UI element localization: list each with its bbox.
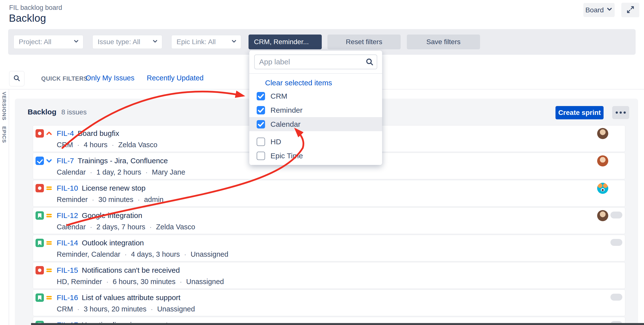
jira-backlog-page: FIL backlog board Backlog Board Project:… bbox=[0, 0, 644, 325]
quick-filter-links: Only My IssuesRecently Updated bbox=[86, 74, 204, 82]
issue-assignee: Unassigned bbox=[157, 305, 195, 313]
issue-title: Trainings - Jira, Confluence bbox=[78, 156, 168, 165]
issue-labels: CRM bbox=[57, 305, 73, 313]
board-switcher-label: Board bbox=[585, 6, 604, 14]
breadcrumb[interactable]: FIL backlog board bbox=[9, 4, 62, 12]
priority-medium-icon bbox=[45, 184, 53, 192]
dropdown-option-hd[interactable]: HD bbox=[249, 135, 382, 149]
page-title: Backlog bbox=[9, 12, 46, 24]
assignee-avatar[interactable] bbox=[597, 155, 608, 166]
quick-filters-label: QUICK FILTERS: bbox=[41, 75, 90, 82]
clear-selected-items-link[interactable]: Clear selected items bbox=[265, 79, 332, 87]
issue-labels: Calendar bbox=[57, 168, 86, 176]
bug-issue-type-icon bbox=[36, 129, 44, 138]
issue-estimate: 3 hours, 20 minutes bbox=[84, 305, 146, 313]
dropdown-option-calendar[interactable]: Calendar bbox=[249, 117, 382, 131]
issue-key-link[interactable]: FIL-4 bbox=[57, 129, 74, 138]
dropdown-option-crm[interactable]: CRM bbox=[249, 89, 382, 103]
app-label-search bbox=[254, 54, 377, 69]
issue-row-main: FIL-16List of values attribute support bbox=[36, 293, 180, 302]
checkbox-icon[interactable] bbox=[257, 138, 265, 146]
issue-key-link[interactable]: FIL-7 bbox=[57, 156, 74, 165]
sidebar-item-epics[interactable]: EPICS bbox=[1, 126, 7, 143]
project-filter-select[interactable]: Project: All bbox=[14, 35, 83, 49]
separator-dot: · bbox=[106, 278, 108, 286]
bug-issue-type-icon bbox=[36, 266, 44, 274]
option-label: Reminder bbox=[270, 106, 302, 114]
create-sprint-button[interactable]: Create sprint bbox=[556, 106, 604, 119]
issue-labels: Reminder bbox=[57, 196, 88, 204]
issue-estimate: 4 days, 3 hours bbox=[131, 250, 180, 258]
reset-filters-button[interactable]: Reset filters bbox=[328, 34, 401, 49]
issue-key-link[interactable]: FIL-10 bbox=[57, 184, 78, 192]
assignee-avatar[interactable] bbox=[597, 183, 608, 194]
issue-title: Google integration bbox=[82, 211, 142, 220]
issue-type-filter-value: Issue type: All bbox=[98, 38, 152, 46]
issue-card-fil-16[interactable]: FIL-16List of values attribute supportCR… bbox=[33, 290, 625, 316]
search-button[interactable] bbox=[9, 71, 24, 86]
priority-medium-icon bbox=[45, 294, 53, 301]
separator-dot: · bbox=[90, 168, 92, 176]
priority-low-icon bbox=[45, 157, 53, 164]
separator-dot: · bbox=[77, 141, 80, 149]
separator-dot: · bbox=[151, 305, 153, 313]
save-filters-button[interactable]: Save filters bbox=[407, 34, 480, 49]
issue-key-link[interactable]: FIL-15 bbox=[57, 266, 78, 274]
story-issue-type-icon bbox=[36, 294, 44, 302]
checkbox-icon[interactable] bbox=[257, 120, 265, 128]
issue-key-link[interactable]: FIL-14 bbox=[57, 239, 78, 247]
separator-dot: · bbox=[77, 305, 80, 313]
issue-card-fil-15[interactable]: FIL-15Notifications can't be receivedHD,… bbox=[33, 262, 625, 289]
backlog-section-header: Backlog 8 issues bbox=[28, 108, 86, 116]
chevron-down-icon bbox=[606, 6, 613, 14]
bug-issue-type-icon bbox=[36, 184, 44, 192]
dropdown-option-reminder[interactable]: Reminder bbox=[249, 103, 382, 117]
issue-assignee: admin bbox=[144, 196, 164, 204]
board-switcher-button[interactable]: Board bbox=[583, 3, 615, 17]
issue-meta: Reminder, Calendar·4 days, 3 hours·Unass… bbox=[57, 250, 228, 258]
priority-highest-icon bbox=[45, 130, 53, 137]
issue-key-link[interactable]: FIL-16 bbox=[57, 294, 78, 302]
priority-medium-icon bbox=[45, 239, 53, 246]
issue-row-main: FIL-4Board bugfix bbox=[36, 128, 119, 138]
app-label-filter-button[interactable]: CRM, Reminder... bbox=[248, 34, 322, 49]
quick-filter-recently-updated[interactable]: Recently Updated bbox=[147, 74, 204, 82]
checkbox-icon[interactable] bbox=[257, 152, 265, 160]
issue-row-main: FIL-10License renew stop bbox=[36, 183, 146, 193]
separator-dot: · bbox=[138, 196, 140, 204]
checkbox-icon[interactable] bbox=[257, 106, 265, 114]
priority-medium-icon bbox=[45, 212, 53, 219]
separator-dot: · bbox=[180, 278, 182, 286]
epic-link-filter-select[interactable]: Epic Link: All bbox=[171, 35, 241, 49]
issue-meta: CRM·4 hours·Zelda Vasco bbox=[57, 141, 157, 149]
quick-filter-only-my-issues[interactable]: Only My Issues bbox=[86, 74, 134, 82]
issue-key-link[interactable]: FIL-12 bbox=[57, 211, 78, 220]
issue-card-fil-10[interactable]: FIL-10License renew stopReminder·30 minu… bbox=[33, 180, 625, 207]
story-issue-type-icon bbox=[36, 239, 44, 247]
issue-title: Notifications can't be received bbox=[82, 266, 180, 274]
app-label-search-input[interactable] bbox=[254, 54, 377, 69]
expand-arrows-icon bbox=[626, 6, 635, 15]
issue-estimate: 1 day, 2 hours bbox=[96, 168, 141, 176]
issue-type-filter-select[interactable]: Issue type: All bbox=[92, 35, 162, 49]
issue-labels: CRM bbox=[57, 141, 73, 149]
separator-dot: · bbox=[150, 223, 152, 231]
ellipsis-icon bbox=[624, 112, 626, 114]
assignee-avatar[interactable] bbox=[597, 128, 608, 139]
separator-dot: · bbox=[90, 223, 92, 231]
issue-meta: HD, Reminder·6 hours, 30 minutes·Unassig… bbox=[57, 278, 224, 286]
sidebar-item-versions[interactable]: VERSIONS bbox=[1, 92, 7, 120]
task-issue-type-icon bbox=[36, 156, 44, 165]
fullscreen-expand-button[interactable] bbox=[621, 3, 639, 17]
chevron-down-icon bbox=[231, 38, 237, 46]
issue-count: 8 issues bbox=[62, 108, 87, 116]
dropdown-option-epic-time[interactable]: Epic Time bbox=[249, 149, 382, 163]
backlog-more-button[interactable] bbox=[612, 106, 629, 119]
issue-card-fil-12[interactable]: FIL-12Google integrationCalendar·2 days,… bbox=[33, 208, 625, 234]
issue-row-main: FIL-15Notifications can't be received bbox=[36, 265, 180, 275]
issue-title: License renew stop bbox=[82, 184, 146, 192]
issue-card-fil-14[interactable]: FIL-14Outlook integrationReminder, Calen… bbox=[33, 235, 625, 262]
assignee-avatar[interactable] bbox=[597, 210, 608, 221]
issue-assignee: Zelda Vasco bbox=[118, 141, 157, 149]
checkbox-icon[interactable] bbox=[257, 92, 265, 100]
